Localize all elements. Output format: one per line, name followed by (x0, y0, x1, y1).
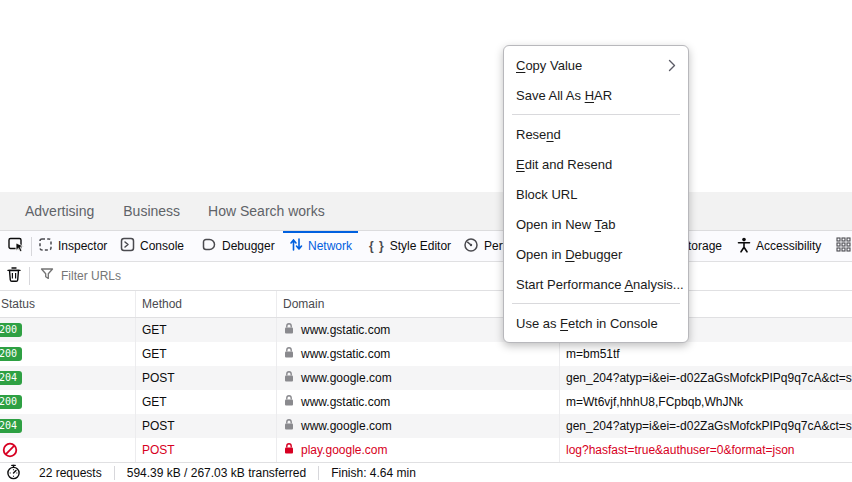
tab-label: Inspector (58, 239, 107, 253)
lock-icon (283, 394, 295, 410)
tab-console[interactable]: Console (120, 231, 184, 261)
network-status-bar: 22 requests 594.39 kB / 267.03 kB transf… (0, 462, 852, 482)
menu-separator (512, 114, 680, 115)
pick-element-button[interactable] (3, 234, 29, 259)
request-row[interactable]: 204 POST www.google.com gen_204?atyp=i&e… (0, 414, 852, 438)
tab-style-editor[interactable]: { } Style Editor (369, 231, 451, 261)
menu-item-open-in-new-tab[interactable]: Open in New Tab (504, 209, 688, 239)
requests-count: 22 requests (39, 466, 102, 480)
screenshot-root: Advertising Business How Search works In… (0, 0, 852, 482)
blocked-icon (2, 442, 18, 458)
method-cell: POST (136, 438, 277, 462)
accessibility-icon (737, 237, 751, 256)
method-cell: GET (136, 390, 277, 414)
gauge-icon (463, 237, 479, 256)
menu-item-start-performance-analysis[interactable]: Start Performance Analysis... (504, 269, 688, 299)
footer-link-business[interactable]: Business (123, 203, 180, 219)
request-row-blocked[interactable]: POST play.google.com log?hasfast=true&au… (0, 438, 852, 462)
status-badge: 204 (0, 371, 22, 385)
tab-network[interactable]: Network (289, 231, 352, 261)
menu-separator (512, 303, 680, 304)
menu-item-edit-and-resend[interactable]: Edit and Resend (504, 149, 688, 179)
column-header-method[interactable]: Method (136, 291, 277, 317)
google-footer: Advertising Business How Search works (0, 192, 852, 230)
tab-label: Style Editor (390, 239, 451, 253)
filter-urls-field[interactable] (40, 267, 852, 285)
braces-icon: { } (369, 239, 385, 253)
file-cell: gen_204?atyp=i&ei=-d02ZaGsMofckPIPq9q7cA… (560, 366, 852, 390)
footer-link-how-search-works[interactable]: How Search works (208, 203, 325, 219)
trash-icon (7, 266, 21, 286)
menu-item-use-as-fetch-in-console[interactable]: Use as Fetch in Console (504, 308, 688, 338)
request-row[interactable]: 200 GET www.gstatic.com m=Wt6vjf,hhhU8,F… (0, 390, 852, 414)
tab-label: Accessibility (756, 239, 821, 253)
method-cell: POST (136, 414, 277, 438)
devtools-panel: Inspector Console Debugger Network (0, 230, 852, 482)
file-cell: log?hasfast=true&authuser=0&format=json (560, 438, 852, 462)
request-row[interactable]: 204 POST www.google.com gen_204?atyp=i&e… (0, 366, 852, 390)
lock-icon (283, 370, 295, 386)
performance-analysis-button[interactable] (6, 464, 21, 482)
toolbar-separator (31, 237, 32, 256)
tab-label: Console (140, 239, 184, 253)
tab-label: Debugger (222, 239, 275, 253)
context-menu: Copy Value Save All As HAR Resend Edit a… (503, 45, 689, 343)
inspector-icon (38, 237, 53, 255)
footer-link-advertising[interactable]: Advertising (25, 203, 94, 219)
pick-element-icon (8, 236, 25, 257)
lock-icon (283, 346, 295, 362)
file-cell: m=Wt6vjf,hhhU8,FCpbqb,WhJNk (560, 390, 852, 414)
file-cell: m=bm51tf (560, 342, 852, 366)
lock-icon (283, 322, 295, 338)
method-cell: GET (136, 342, 277, 366)
statusbar-separator (318, 466, 319, 480)
domain-cell: www.gstatic.com (301, 323, 390, 337)
lock-icon (283, 442, 295, 458)
menu-item-resend[interactable]: Resend (504, 119, 688, 149)
table-header-row: Status Method Domain (0, 291, 852, 318)
domain-cell: www.gstatic.com (301, 395, 390, 409)
tab-inspector[interactable]: Inspector (38, 231, 107, 261)
menu-item-block-url[interactable]: Block URL (504, 179, 688, 209)
request-row[interactable]: 200 GET www.gstatic.com m=bm51tf (0, 342, 852, 366)
finish-time: Finish: 4.64 min (331, 466, 416, 480)
tab-accessibility[interactable]: Accessibility (737, 231, 821, 261)
tab-label: Network (308, 239, 352, 253)
clear-requests-button[interactable] (7, 266, 21, 286)
funnel-icon (40, 267, 54, 285)
network-icon (289, 237, 303, 255)
method-cell: GET (136, 318, 277, 342)
menu-item-save-all-as-har[interactable]: Save All As HAR (504, 80, 688, 110)
column-header-status[interactable]: Status (0, 291, 136, 317)
status-badge: 200 (0, 347, 22, 361)
file-cell: gen_204?atyp=i&ei=-d02ZaGsMofckPIPq9q7cA… (560, 414, 852, 438)
filterbar-separator (29, 267, 30, 285)
tab-debugger[interactable]: Debugger (201, 231, 275, 261)
transferred-size: 594.39 kB / 267.03 kB transferred (127, 466, 306, 480)
devtools-toolbar: Inspector Console Debugger Network (0, 231, 852, 262)
status-badge: 200 (0, 395, 22, 409)
menu-item-open-in-debugger[interactable]: Open in Debugger (504, 239, 688, 269)
status-badge: 200 (0, 323, 22, 337)
network-request-table: Status Method Domain 200 GET www.gstatic… (0, 291, 852, 462)
domain-cell: www.google.com (301, 419, 392, 433)
debugger-icon (201, 237, 217, 255)
network-filter-bar (0, 262, 852, 291)
menu-item-copy-value[interactable]: Copy Value (504, 50, 688, 80)
method-cell: POST (136, 366, 277, 390)
grid-dots-icon (836, 237, 851, 256)
filter-urls-input[interactable] (61, 269, 361, 283)
status-badge: 204 (0, 419, 22, 433)
statusbar-separator (114, 466, 115, 480)
domain-cell: play.google.com (301, 443, 388, 457)
console-icon (120, 237, 135, 255)
stopwatch-icon (6, 464, 21, 482)
submenu-chevron-icon (668, 59, 676, 72)
more-tools-button[interactable] (830, 234, 852, 259)
domain-cell: www.gstatic.com (301, 347, 390, 361)
domain-cell: www.google.com (301, 371, 392, 385)
lock-icon (283, 418, 295, 434)
request-row[interactable]: 200 GET www.gstatic.com (0, 318, 852, 342)
